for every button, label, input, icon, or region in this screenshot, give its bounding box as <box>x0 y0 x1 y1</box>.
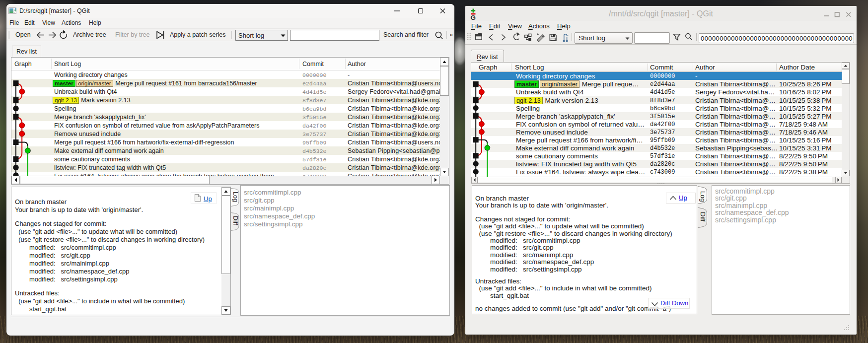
svg-text:Log: Log <box>699 191 707 202</box>
svg-text:Diff: Diff <box>232 216 239 225</box>
svg-text:Diff: Diff <box>699 212 707 222</box>
svg-text:G: G <box>471 14 476 20</box>
svg-text:Log: Log <box>232 192 239 202</box>
